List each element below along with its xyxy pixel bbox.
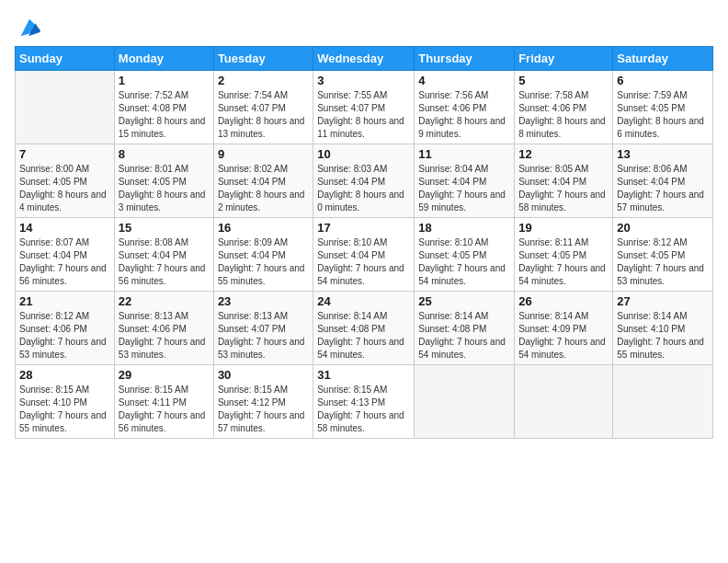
calendar-cell: 3Sunrise: 7:55 AM Sunset: 4:07 PM Daylig…: [313, 71, 415, 144]
day-number: 26: [518, 294, 609, 308]
calendar-cell: 10Sunrise: 8:03 AM Sunset: 4:04 PM Dayli…: [313, 144, 415, 218]
page-container: SundayMondayTuesdayWednesdayThursdayFrid…: [0, 0, 728, 563]
calendar-header-row: SundayMondayTuesdayWednesdayThursdayFrid…: [16, 47, 713, 71]
day-info: Sunrise: 8:02 AM Sunset: 4:04 PM Dayligh…: [218, 163, 309, 214]
header: [15, 15, 713, 37]
day-number: 1: [119, 74, 210, 87]
day-number: 4: [418, 74, 510, 87]
calendar-cell: 25Sunrise: 8:14 AM Sunset: 4:08 PM Dayli…: [415, 292, 515, 365]
day-number: 19: [518, 221, 609, 235]
day-number: 12: [518, 147, 609, 161]
day-info: Sunrise: 8:03 AM Sunset: 4:04 PM Dayligh…: [317, 163, 410, 214]
calendar-cell: 31Sunrise: 8:15 AM Sunset: 4:13 PM Dayli…: [313, 365, 415, 439]
calendar-header-saturday: Saturday: [613, 47, 713, 71]
day-info: Sunrise: 8:15 AM Sunset: 4:11 PM Dayligh…: [119, 384, 210, 435]
calendar-cell: 21Sunrise: 8:12 AM Sunset: 4:06 PM Dayli…: [16, 292, 115, 365]
day-info: Sunrise: 8:06 AM Sunset: 4:04 PM Dayligh…: [617, 163, 709, 214]
day-info: Sunrise: 7:59 AM Sunset: 4:05 PM Dayligh…: [617, 89, 709, 141]
calendar-cell: 17Sunrise: 8:10 AM Sunset: 4:04 PM Dayli…: [313, 218, 415, 292]
day-number: 31: [317, 368, 410, 382]
day-info: Sunrise: 8:13 AM Sunset: 4:06 PM Dayligh…: [119, 310, 210, 362]
calendar-cell: 24Sunrise: 8:14 AM Sunset: 4:08 PM Dayli…: [313, 292, 415, 365]
calendar-cell: 14Sunrise: 8:07 AM Sunset: 4:04 PM Dayli…: [16, 218, 115, 292]
day-info: Sunrise: 8:14 AM Sunset: 4:09 PM Dayligh…: [518, 310, 609, 362]
calendar-week-row: 14Sunrise: 8:07 AM Sunset: 4:04 PM Dayli…: [16, 218, 713, 292]
calendar-cell: 19Sunrise: 8:11 AM Sunset: 4:05 PM Dayli…: [515, 218, 613, 292]
day-number: 11: [418, 147, 510, 161]
day-number: 30: [218, 368, 309, 382]
day-number: 28: [19, 368, 110, 382]
day-info: Sunrise: 8:12 AM Sunset: 4:05 PM Dayligh…: [617, 236, 709, 288]
day-info: Sunrise: 7:54 AM Sunset: 4:07 PM Dayligh…: [218, 89, 309, 141]
day-number: 2: [218, 74, 309, 87]
day-number: 9: [218, 147, 309, 161]
calendar-cell: 4Sunrise: 7:56 AM Sunset: 4:06 PM Daylig…: [415, 71, 515, 144]
calendar-cell: 20Sunrise: 8:12 AM Sunset: 4:05 PM Dayli…: [613, 218, 713, 292]
day-info: Sunrise: 8:14 AM Sunset: 4:08 PM Dayligh…: [418, 310, 510, 362]
day-info: Sunrise: 8:10 AM Sunset: 4:04 PM Dayligh…: [317, 236, 410, 288]
day-info: Sunrise: 8:07 AM Sunset: 4:04 PM Dayligh…: [19, 236, 110, 288]
day-info: Sunrise: 8:15 AM Sunset: 4:13 PM Dayligh…: [317, 384, 410, 435]
day-info: Sunrise: 8:10 AM Sunset: 4:05 PM Dayligh…: [418, 236, 510, 288]
day-number: 17: [317, 221, 410, 235]
day-number: 22: [119, 294, 210, 308]
day-info: Sunrise: 8:08 AM Sunset: 4:04 PM Dayligh…: [119, 236, 210, 288]
day-info: Sunrise: 8:15 AM Sunset: 4:10 PM Dayligh…: [19, 384, 110, 435]
calendar-week-row: 28Sunrise: 8:15 AM Sunset: 4:10 PM Dayli…: [16, 365, 713, 439]
logo-icon: [17, 15, 42, 40]
day-info: Sunrise: 8:12 AM Sunset: 4:06 PM Dayligh…: [19, 310, 110, 362]
calendar-cell: [415, 365, 515, 439]
day-info: Sunrise: 8:09 AM Sunset: 4:04 PM Dayligh…: [218, 236, 309, 288]
day-number: 24: [317, 294, 410, 308]
day-number: 8: [119, 147, 210, 161]
day-info: Sunrise: 7:52 AM Sunset: 4:08 PM Dayligh…: [119, 89, 210, 141]
calendar-header-wednesday: Wednesday: [313, 47, 415, 71]
calendar-header-friday: Friday: [515, 47, 613, 71]
calendar-header-thursday: Thursday: [415, 47, 515, 71]
calendar-header-tuesday: Tuesday: [213, 47, 313, 71]
calendar-cell: 15Sunrise: 8:08 AM Sunset: 4:04 PM Dayli…: [114, 218, 213, 292]
day-number: 13: [617, 147, 709, 161]
calendar-cell: 26Sunrise: 8:14 AM Sunset: 4:09 PM Dayli…: [515, 292, 613, 365]
calendar-cell: 23Sunrise: 8:13 AM Sunset: 4:07 PM Dayli…: [213, 292, 313, 365]
calendar-cell: 16Sunrise: 8:09 AM Sunset: 4:04 PM Dayli…: [213, 218, 313, 292]
day-number: 10: [317, 147, 410, 161]
calendar-week-row: 7Sunrise: 8:00 AM Sunset: 4:05 PM Daylig…: [16, 144, 713, 218]
calendar-cell: [515, 365, 613, 439]
day-info: Sunrise: 7:55 AM Sunset: 4:07 PM Dayligh…: [317, 89, 410, 141]
day-number: 23: [218, 294, 309, 308]
calendar-cell: 6Sunrise: 7:59 AM Sunset: 4:05 PM Daylig…: [613, 71, 713, 144]
calendar-cell: 13Sunrise: 8:06 AM Sunset: 4:04 PM Dayli…: [613, 144, 713, 218]
calendar-cell: 1Sunrise: 7:52 AM Sunset: 4:08 PM Daylig…: [114, 71, 213, 144]
calendar-week-row: 21Sunrise: 8:12 AM Sunset: 4:06 PM Dayli…: [16, 292, 713, 365]
calendar-cell: 28Sunrise: 8:15 AM Sunset: 4:10 PM Dayli…: [16, 365, 115, 439]
calendar-cell: 5Sunrise: 7:58 AM Sunset: 4:06 PM Daylig…: [515, 71, 613, 144]
calendar-header-sunday: Sunday: [16, 47, 115, 71]
day-info: Sunrise: 7:56 AM Sunset: 4:06 PM Dayligh…: [418, 89, 510, 141]
day-info: Sunrise: 8:14 AM Sunset: 4:10 PM Dayligh…: [617, 310, 709, 362]
day-number: 5: [518, 74, 609, 87]
calendar-cell: 22Sunrise: 8:13 AM Sunset: 4:06 PM Dayli…: [114, 292, 213, 365]
calendar-cell: 2Sunrise: 7:54 AM Sunset: 4:07 PM Daylig…: [213, 71, 313, 144]
calendar-cell: [613, 365, 713, 439]
day-number: 6: [617, 74, 709, 87]
day-info: Sunrise: 8:01 AM Sunset: 4:05 PM Dayligh…: [119, 163, 210, 214]
logo: [15, 15, 42, 37]
day-number: 15: [119, 221, 210, 235]
day-info: Sunrise: 8:11 AM Sunset: 4:05 PM Dayligh…: [518, 236, 609, 288]
day-number: 25: [418, 294, 510, 308]
day-number: 7: [19, 147, 110, 161]
calendar-week-row: 1Sunrise: 7:52 AM Sunset: 4:08 PM Daylig…: [16, 71, 713, 144]
day-info: Sunrise: 8:04 AM Sunset: 4:04 PM Dayligh…: [418, 163, 510, 214]
calendar-cell: [16, 71, 115, 144]
calendar-cell: 27Sunrise: 8:14 AM Sunset: 4:10 PM Dayli…: [613, 292, 713, 365]
day-number: 21: [19, 294, 110, 308]
day-number: 14: [19, 221, 110, 235]
calendar-cell: 29Sunrise: 8:15 AM Sunset: 4:11 PM Dayli…: [114, 365, 213, 439]
day-info: Sunrise: 7:58 AM Sunset: 4:06 PM Dayligh…: [518, 89, 609, 141]
day-info: Sunrise: 8:13 AM Sunset: 4:07 PM Dayligh…: [218, 310, 309, 362]
day-info: Sunrise: 8:05 AM Sunset: 4:04 PM Dayligh…: [518, 163, 609, 214]
day-info: Sunrise: 8:00 AM Sunset: 4:05 PM Dayligh…: [19, 163, 110, 214]
day-number: 29: [119, 368, 210, 382]
day-info: Sunrise: 8:14 AM Sunset: 4:08 PM Dayligh…: [317, 310, 410, 362]
